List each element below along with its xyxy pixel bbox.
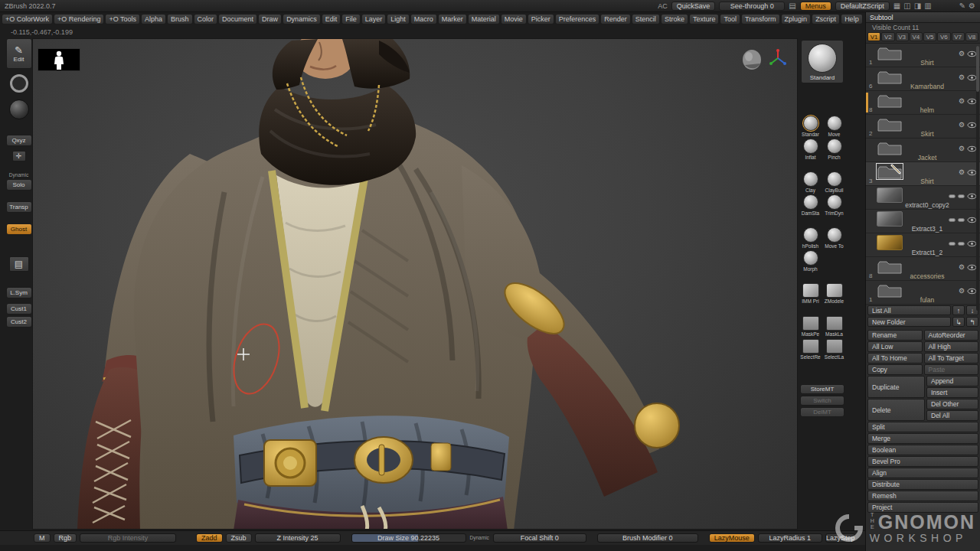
cust2-button[interactable]: Cust2	[6, 316, 32, 328]
menu-edit[interactable]: Edit	[322, 14, 341, 24]
menu-help[interactable]: Help	[841, 14, 863, 24]
project-button[interactable]: Project	[867, 502, 978, 513]
current-material-tile[interactable]: Standard	[801, 40, 844, 83]
menu-marker[interactable]: Marker	[438, 14, 467, 24]
brush-imm-pri[interactable]: IMM Pri	[799, 283, 822, 306]
note-icon[interactable]: ▤	[789, 2, 795, 10]
brush-zmodele[interactable]: ZModele	[822, 283, 846, 306]
boolean-button[interactable]: Boolean	[867, 445, 978, 455]
subtool-tab-v8[interactable]: V8	[965, 32, 978, 41]
menu-o-colorwork[interactable]: +O ColorWork	[2, 14, 53, 24]
menu-preferences[interactable]: Preferences	[555, 14, 600, 24]
brush-claybuil[interactable]: ClayBuil	[822, 171, 846, 194]
brush-maskpe[interactable]: MaskPe	[799, 316, 822, 339]
subtool-tab-v7[interactable]: V7	[952, 32, 965, 41]
focal-shift-slider[interactable]: Focal Shift 0	[493, 533, 586, 543]
storemt-button[interactable]: StoreMT	[800, 384, 844, 394]
menu-layer[interactable]: Layer	[361, 14, 387, 24]
brush-selectla[interactable]: SelectLa	[822, 339, 846, 362]
gear-icon[interactable]: ⚙	[969, 2, 975, 10]
brush-standar[interactable]: Standar	[799, 116, 822, 139]
subtool-item-shirt[interactable]: ⚙3Shirt	[866, 162, 980, 186]
lsym-button[interactable]: L.Sym	[6, 287, 32, 298]
transp-button[interactable]: Transp	[6, 201, 32, 213]
menu-transform[interactable]: Transform	[741, 14, 780, 24]
rgb-button[interactable]: Rgb	[54, 533, 77, 543]
edit-button[interactable]: ✎ Edit	[6, 38, 32, 69]
brush-morph[interactable]: Morph	[799, 250, 822, 273]
gear-icon[interactable]: ⚙	[959, 51, 965, 57]
del-other-button[interactable]: Del Other	[926, 399, 978, 409]
rename-button[interactable]: Rename	[867, 330, 923, 341]
autoreorder-button[interactable]: AutoReorder	[924, 330, 979, 341]
subtool-item-jacket[interactable]: ⚙Jacket	[866, 139, 980, 162]
gear-icon[interactable]: ⚙	[959, 288, 965, 295]
duplicate-button[interactable]: Duplicate	[867, 376, 925, 398]
menu-texture[interactable]: Texture	[689, 14, 720, 24]
list-all-button[interactable]: List All	[867, 305, 951, 315]
print-hub-icon[interactable]: ▤	[9, 256, 29, 272]
subtool-tab-v5[interactable]: V5	[923, 32, 936, 41]
subtool-scrollbar[interactable]	[976, 46, 979, 311]
subtool-item-kamarband[interactable]: ⚙6Kamarband	[866, 67, 980, 91]
axis-icon[interactable]: ✛	[12, 151, 26, 161]
qxyz-button[interactable]: Qxyz	[6, 135, 32, 146]
all-high-button[interactable]: All High	[924, 341, 979, 352]
move-out-of-folder-button[interactable]: ↰	[966, 317, 978, 327]
menu-stroke[interactable]: Stroke	[661, 14, 688, 24]
layout-icon-4[interactable]: ▥	[924, 2, 931, 10]
brush-clay[interactable]: Clay	[799, 171, 822, 194]
copy-button[interactable]: Copy	[867, 364, 923, 375]
pencil-icon[interactable]: ✎	[959, 2, 965, 10]
menu-render[interactable]: Render	[600, 14, 631, 24]
subtool-tab-v2[interactable]: V2	[881, 32, 894, 41]
gear-icon[interactable]: ⚙	[959, 264, 965, 271]
viewport-canvas[interactable]	[32, 38, 798, 530]
material-sphere-icon[interactable]	[9, 99, 29, 119]
all-to-target-button[interactable]: All To Target	[924, 353, 979, 364]
brush-inflat[interactable]: Inflat	[799, 139, 822, 161]
menu-picker[interactable]: Picker	[528, 14, 554, 24]
bevel-pro-button[interactable]: Bevel Pro	[867, 456, 978, 467]
stroke-circle-icon[interactable]	[10, 74, 28, 93]
tool-preview-thumbnail[interactable]	[739, 48, 765, 73]
lazymouse-button[interactable]: LazyMouse	[709, 533, 755, 543]
new-folder-button[interactable]: New Folder	[867, 317, 951, 327]
subtool-item-accessories[interactable]: ⚙8accessories	[866, 257, 980, 281]
cust1-button[interactable]: Cust1	[6, 303, 32, 315]
menu-stencil[interactable]: Stencil	[632, 14, 660, 24]
gear-icon[interactable]: ⚙	[959, 98, 965, 105]
uv-toggle-icon[interactable]	[958, 242, 965, 246]
subtool-tab-v6[interactable]: V6	[937, 32, 950, 41]
document-thumbnail[interactable]	[38, 48, 80, 71]
menu-zplugin[interactable]: Zplugin	[781, 14, 812, 24]
menu-brush[interactable]: Brush	[167, 14, 193, 24]
z-intensity-slider[interactable]: Z Intensity 25	[255, 533, 341, 543]
move-up-button[interactable]: ↑	[952, 305, 965, 315]
merge-button[interactable]: Merge	[867, 433, 978, 444]
append-button[interactable]: Append	[926, 376, 978, 386]
all-to-home-button[interactable]: All To Home	[867, 353, 923, 364]
subtool-tab-v3[interactable]: V3	[896, 32, 909, 41]
zsub-button[interactable]: Zsub	[226, 533, 252, 543]
mrgb-button[interactable]: M	[34, 533, 51, 543]
move-into-folder-button[interactable]: ↳	[952, 317, 965, 327]
brush-move-to[interactable]: Move To	[822, 227, 846, 250]
gear-icon[interactable]: ⚙	[959, 74, 965, 81]
menu-zscript[interactable]: Zscript	[812, 14, 840, 24]
distribute-button[interactable]: Distribute	[867, 479, 978, 490]
subtool-tab-v4[interactable]: V4	[910, 32, 923, 41]
brush-maskla[interactable]: MaskLa	[822, 316, 846, 339]
menu-material[interactable]: Material	[468, 14, 500, 24]
gear-icon[interactable]: ⚙	[959, 145, 965, 152]
subtool-tab-v1[interactable]: V1	[867, 32, 880, 41]
menu-alpha[interactable]: Alpha	[141, 14, 166, 24]
ghost-button[interactable]: Ghost	[6, 223, 32, 235]
menu-movie[interactable]: Movie	[501, 14, 527, 24]
menu-o-rendering[interactable]: +O Rendering	[54, 14, 104, 24]
menu-document[interactable]: Document	[218, 14, 257, 24]
subtool-item-extract1-2[interactable]: Extract1_2	[866, 233, 980, 257]
menus-button[interactable]: Menus	[800, 2, 831, 11]
delmt-button[interactable]: DelMT	[800, 407, 844, 417]
gear-icon[interactable]: ⚙	[959, 169, 965, 176]
